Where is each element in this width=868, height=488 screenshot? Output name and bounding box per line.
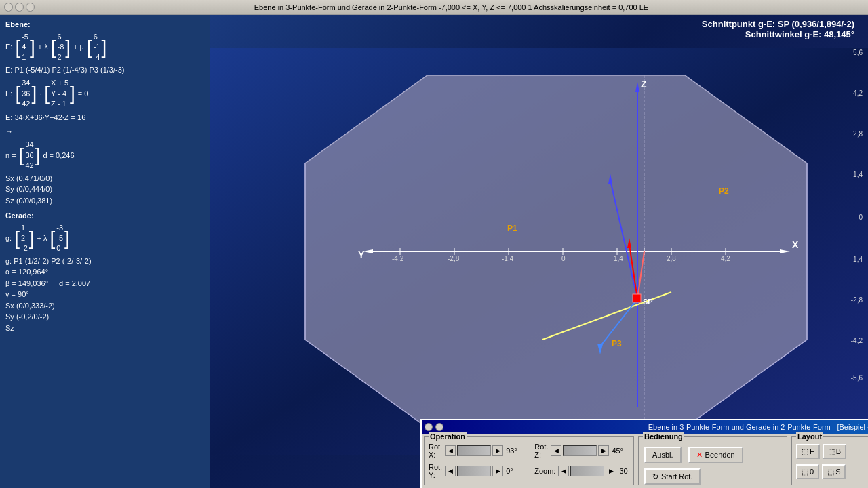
svg-text:P1: P1 <box>507 224 517 233</box>
zoom-left-arrow[interactable]: ◀ <box>558 466 569 476</box>
layout-b-icon: ⬚ <box>828 447 835 456</box>
eq-zero: = 0 <box>78 88 89 100</box>
lambda-sym: + λ <box>38 41 48 53</box>
n-vec: [ 34 36 42 ] <box>19 140 41 171</box>
zoom-label: Zoom: <box>534 467 555 475</box>
left-panel: Ebene: E: [ -5 4 1 ] + λ [ <box>0 15 210 488</box>
gerade-section: Gerade: g: [ 1 2 -2 ] + λ [ -3 <box>5 210 205 333</box>
rot-y-row: Rot. Y: ◀ ▶ 0° Zoom: ◀ ▶ 3 <box>429 463 629 479</box>
g-points: g: P1 (1/2/-2) P2 (-2/-3/-2) <box>5 256 205 267</box>
rot-z-value: 45° <box>612 447 632 455</box>
schnittwinkel-text: Schnittwinkel g-E: 48,145° <box>702 29 854 39</box>
rot-y-left-arrow[interactable]: ◀ <box>445 466 456 476</box>
maximize-button[interactable] <box>26 3 35 12</box>
y-tick-0: 0 <box>859 214 863 221</box>
svg-text:-4,2: -4,2 <box>392 255 404 262</box>
svg-text:2,8: 2,8 <box>667 255 676 262</box>
ebene-label: Ebene: <box>5 19 205 30</box>
rot-y-track[interactable] <box>457 466 491 476</box>
vec-e2: [ 6 -8 2 ] <box>51 32 71 63</box>
rot-x-left-arrow[interactable]: ◀ <box>445 445 456 456</box>
svg-text:Y: Y <box>358 249 365 260</box>
g-vec2: [ -3 -5 0 ] <box>50 223 70 254</box>
ausbl-button[interactable]: Ausbl. <box>644 447 682 463</box>
layout-f-button[interactable]: ⬚ F <box>796 444 820 459</box>
vec-e3: [ 6 -1 -4 ] <box>87 32 106 63</box>
layout-buttons-row2: ⬚ 0 ⬚ S <box>796 464 868 479</box>
eq-expanded: E: 34·X+36·Y+42·Z = 16 <box>5 112 205 123</box>
layout-0-icon: ⬚ <box>802 468 808 476</box>
rot-x-value: 93° <box>506 447 526 455</box>
beenden-button[interactable]: ✕ Beenden <box>688 447 743 463</box>
operation-section: Operation Rot. X: ◀ ▶ 93° Rot. Z: ◀ <box>424 436 634 485</box>
titlebar: Ebene in 3-Punkte-Form und Gerade in 2-P… <box>0 0 868 15</box>
dialog-min-btn[interactable] <box>435 423 443 431</box>
rot-z-left-arrow[interactable]: ◀ <box>551 445 561 456</box>
zoom-value: 30 <box>619 467 639 475</box>
y-tick-n56: -5,6 <box>851 374 863 382</box>
schnittpunkt-text: Schnittpunkt g-E: SP (0,936/1,894/-2) <box>702 19 854 29</box>
main-layout: Ebene: E: [ -5 4 1 ] + λ [ <box>0 15 868 488</box>
layout-label: Layout <box>796 432 823 441</box>
scene-svg: X Y Z -4,2 -2,8 -1,4 0 1,4 2,8 4,2 P1 P2… <box>210 15 868 488</box>
window-controls[interactable] <box>4 3 35 12</box>
rot-y-label: Rot. Y: <box>429 463 442 479</box>
layout-section: Layout ⬚ F ⬚ B ⬚ 0 <box>791 436 868 485</box>
rot-y-right-arrow[interactable]: ▶ <box>492 466 503 476</box>
rot-z-track[interactable] <box>563 445 597 456</box>
zoom-track[interactable] <box>570 466 604 476</box>
rot-y-slider[interactable]: ◀ ▶ <box>445 466 503 476</box>
ebene-section: Ebene: E: [ -5 4 1 ] + λ [ <box>5 19 205 206</box>
rot-x-right-arrow[interactable]: ▶ <box>492 445 503 456</box>
rot-z-right-arrow[interactable]: ▶ <box>598 445 609 456</box>
y-tick-n42: -4,2 <box>851 337 863 344</box>
info-top-right: Schnittpunkt g-E: SP (0,936/1,894/-2) Sc… <box>702 19 854 39</box>
layout-0-button[interactable]: ⬚ 0 <box>796 464 819 479</box>
viewport[interactable]: X Y Z -4,2 -2,8 -1,4 0 1,4 2,8 4,2 P1 P2… <box>210 15 868 488</box>
svg-text:P3: P3 <box>612 339 622 348</box>
svg-rect-25 <box>633 294 641 302</box>
vec-e1: [ -5 4 1 ] <box>15 32 35 63</box>
beenden-icon: ✕ <box>696 451 703 460</box>
y-tick-n28: -2,8 <box>851 296 863 304</box>
y-tick-56: 5,6 <box>853 49 863 56</box>
beta-line: β = 149,036° <box>5 278 48 289</box>
rot-x-slider[interactable]: ◀ ▶ <box>445 445 503 456</box>
layout-s-button[interactable]: ⬚ S <box>822 464 846 479</box>
rot-z-slider[interactable]: ◀ ▶ <box>551 445 609 456</box>
layout-f-icon: ⬚ <box>802 447 808 456</box>
d-val: d = 0,246 <box>43 150 74 161</box>
bedienung-label: Bedienung <box>643 432 684 441</box>
svg-text:X: X <box>792 239 799 250</box>
layout-b-button[interactable]: ⬚ B <box>823 444 846 459</box>
sx1: Sx (0,471/0/0) <box>5 173 205 184</box>
sz1: Sz (0/0/0,381) <box>5 195 205 207</box>
rot-z-label: Rot. Z: <box>534 443 548 459</box>
close-button[interactable] <box>4 3 13 12</box>
minimize-button[interactable] <box>15 3 24 12</box>
dialog-close-btn[interactable] <box>425 423 433 431</box>
svg-text:0: 0 <box>561 255 566 262</box>
rot-x-row: Rot. X: ◀ ▶ 93° Rot. Z: ◀ ▶ <box>429 443 629 459</box>
zoom-right-arrow[interactable]: ▶ <box>606 466 616 476</box>
start-rot-icon: ↻ <box>652 472 658 481</box>
rot-y-value: 0° <box>506 467 526 475</box>
svg-text:1,4: 1,4 <box>614 255 623 262</box>
start-rot-button[interactable]: ↻ Start Rot. <box>644 468 701 485</box>
zoom-slider[interactable]: ◀ ▶ <box>558 466 616 476</box>
y-tick-28: 2,8 <box>853 130 863 138</box>
dialog-body: Operation Rot. X: ◀ ▶ 93° Rot. Z: ◀ <box>422 434 868 488</box>
rot-x-label: Rot. X: <box>429 443 442 459</box>
dialog-title: Ebene in 3-Punkte-Form und Gerade in 2-P… <box>446 423 868 431</box>
svg-text:-1,4: -1,4 <box>502 255 514 262</box>
svg-text:Z: Z <box>641 79 647 89</box>
y-tick-14: 1,4 <box>853 171 863 178</box>
svg-text:-2,8: -2,8 <box>448 255 460 262</box>
sy2: Sy (-0,2/0/-2) <box>5 311 205 323</box>
rot-x-track[interactable] <box>457 445 491 456</box>
svg-text:4,2: 4,2 <box>721 255 730 262</box>
beta-d: d = 2,007 <box>59 278 90 289</box>
layout-s-icon: ⬚ <box>827 468 834 476</box>
g-vec1: [ 1 2 -2 ] <box>14 223 34 254</box>
operation-label: Operation <box>429 432 467 441</box>
